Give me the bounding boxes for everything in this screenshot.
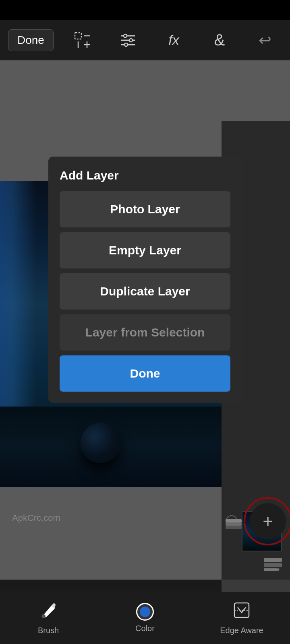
brush-tool[interactable]: Brush xyxy=(0,601,97,635)
color-icon xyxy=(136,603,154,621)
svg-point-8 xyxy=(124,34,127,37)
svg-point-18 xyxy=(41,614,46,618)
svg-point-10 xyxy=(124,43,128,46)
svg-rect-0 xyxy=(75,33,81,39)
modal-overlay: Add Layer Photo Layer Empty Layer Duplic… xyxy=(0,60,290,580)
photo-layer-button[interactable]: Photo Layer xyxy=(60,191,230,227)
adjustments-icon[interactable] xyxy=(111,32,145,49)
color-tool[interactable]: Color xyxy=(97,603,193,633)
blend-icon[interactable]: & xyxy=(203,31,236,49)
add-layer-modal: Add Layer Photo Layer Empty Layer Duplic… xyxy=(48,157,242,403)
brush-label: Brush xyxy=(38,626,59,635)
edge-aware-label: Edge Aware xyxy=(220,626,263,635)
effects-icon[interactable]: fx xyxy=(157,32,191,48)
done-button[interactable]: Done xyxy=(8,29,54,51)
edge-aware-icon xyxy=(233,601,251,623)
undo-icon[interactable]: ↩ xyxy=(249,31,282,49)
toolbar: Done fx & ↩ xyxy=(0,20,290,60)
brush-icon xyxy=(39,601,57,623)
selection-icon[interactable] xyxy=(66,32,99,49)
bottom-toolbar: Brush Color Edge Aware xyxy=(0,592,290,644)
modal-title: Add Layer xyxy=(60,169,230,182)
color-swatch xyxy=(140,607,150,617)
duplicate-layer-button[interactable]: Duplicate Layer xyxy=(60,273,230,310)
empty-layer-button[interactable]: Empty Layer xyxy=(60,232,230,268)
layer-from-selection-button[interactable]: Layer from Selection xyxy=(60,314,230,351)
modal-done-button[interactable]: Done xyxy=(60,355,230,392)
svg-point-9 xyxy=(129,39,133,42)
status-bar xyxy=(0,0,290,20)
edge-aware-tool[interactable]: Edge Aware xyxy=(193,601,290,635)
color-label: Color xyxy=(135,624,155,633)
